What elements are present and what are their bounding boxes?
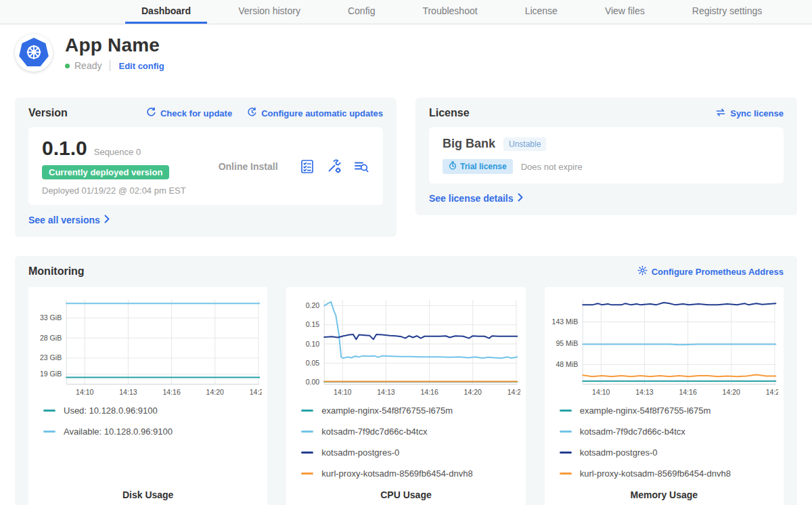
legend-item: example-nginx-54f8f76755-l675m (560, 405, 778, 416)
svg-text:33 GiB: 33 GiB (40, 313, 62, 322)
currently-deployed-badge: Currently deployed version (42, 165, 169, 179)
memory-usage-legend: example-nginx-54f8f76755-l675mkotsadm-7f… (550, 399, 778, 489)
svg-text:14:10: 14:10 (76, 388, 93, 396)
svg-text:0.00: 0.00 (306, 378, 320, 386)
legend-item: kurl-proxy-kotsadm-8569fb6454-dnvh8 (301, 468, 520, 479)
legend-item: kurl-proxy-kotsadm-8569fb6454-dnvh8 (560, 468, 778, 479)
top-navigation: Dashboard Version history Config Trouble… (0, 0, 812, 24)
see-license-details-link[interactable]: See license details (429, 193, 524, 204)
legend-item: kotsadm-postgres-0 (301, 447, 520, 458)
divider (110, 60, 110, 71)
legend-item: kotsadm-7f9dc7d66c-b4tcx (560, 426, 778, 437)
memory-usage-title: Memory Usage (550, 489, 778, 503)
legend-item: example-nginx-54f8f76755-l675m (301, 405, 520, 416)
monitoring-card: Monitoring Configure Prometheus Address … (15, 256, 797, 505)
legend-series-dash (301, 410, 313, 412)
memory-usage-panel: 48 MiB95 MiB143 MiB14:1014:1314:1614:201… (545, 287, 784, 505)
tab-dashboard[interactable]: Dashboard (125, 0, 207, 24)
svg-text:14:20: 14:20 (722, 388, 740, 396)
legend-series-dash (301, 452, 313, 454)
legend-series-dash (560, 452, 572, 454)
svg-text:14:23: 14:23 (765, 388, 778, 396)
legend-series-dash (43, 410, 55, 412)
edit-config-link[interactable]: Edit config (118, 61, 164, 71)
legend-series-dash (301, 473, 313, 475)
preflight-checks-icon[interactable] (299, 158, 315, 175)
legend-series-label: example-nginx-54f8f76755-l675m (580, 405, 711, 416)
config-wrench-icon[interactable] (326, 158, 342, 175)
monitoring-title: Monitoring (28, 265, 85, 278)
configure-automatic-updates-link[interactable]: Configure automatic updates (247, 107, 383, 119)
svg-text:14:23: 14:23 (250, 388, 263, 396)
tab-license[interactable]: License (509, 0, 574, 24)
cpu-usage-legend: example-nginx-54f8f76755-l675mkotsadm-7f… (292, 399, 520, 489)
svg-text:95 MiB: 95 MiB (556, 339, 578, 347)
tab-view-files[interactable]: View files (589, 0, 661, 24)
svg-text:143 MiB: 143 MiB (551, 317, 578, 326)
svg-text:14:13: 14:13 (378, 388, 395, 396)
legend-item: Available: 10.128.0.96:9100 (43, 426, 262, 437)
svg-text:14:10: 14:10 (592, 388, 610, 396)
legend-series-dash (560, 410, 572, 412)
channel-badge: Unstable (503, 137, 546, 151)
version-number: 0.1.0 (42, 137, 87, 160)
license-panel: Big Bank Unstable Trial license (429, 127, 784, 183)
legend-series-label: example-nginx-54f8f76755-l675m (321, 405, 453, 416)
stopwatch-icon (449, 161, 457, 172)
svg-text:14:23: 14:23 (508, 388, 520, 396)
license-expiry: Does not expire (521, 162, 583, 172)
disk-usage-panel: 19 GiB23 GiB28 GiB33 GiB14:1014:1314:161… (28, 287, 267, 505)
legend-item: Used: 10.128.0.96:9100 (43, 405, 262, 416)
chevron-right-icon (104, 215, 110, 225)
svg-text:14:16: 14:16 (162, 388, 180, 396)
see-all-versions-link[interactable]: See all versions (28, 215, 110, 225)
ready-status-label: Ready (74, 60, 102, 71)
legend-series-label: kotsadm-postgres-0 (321, 447, 399, 458)
svg-text:14:13: 14:13 (119, 388, 137, 396)
legend-series-label: kurl-proxy-kotsadm-8569fb6454-dnvh8 (580, 468, 731, 479)
cpu-usage-title: CPU Usage (292, 489, 520, 503)
legend-series-dash (43, 431, 55, 433)
check-for-update-link[interactable]: Check for update (146, 107, 232, 119)
legend-series-label: Used: 10.128.0.96:9100 (64, 405, 158, 416)
install-type-label: Online Install (219, 161, 278, 172)
sync-license-link[interactable]: Sync license (715, 108, 784, 119)
legend-series-dash (301, 431, 313, 433)
chevron-right-icon (518, 193, 524, 204)
tab-config[interactable]: Config (332, 0, 391, 24)
legend-item: kotsadm-postgres-0 (560, 447, 778, 458)
tab-troubleshoot[interactable]: Troubleshoot (406, 0, 493, 24)
tab-version-history[interactable]: Version history (222, 0, 317, 24)
deploy-logs-icon[interactable] (353, 158, 369, 175)
legend-series-label: kotsadm-7f9dc7d66c-b4tcx (580, 426, 685, 437)
app-header: App Name Ready Edit config (0, 24, 812, 79)
cpu-usage-chart: 0.000.050.100.150.2014:1014:1314:1614:20… (292, 295, 520, 399)
legend-series-label: kurl-proxy-kotsadm-8569fb6454-dnvh8 (321, 468, 472, 479)
version-sequence: Sequence 0 (94, 147, 141, 157)
legend-series-dash (560, 473, 572, 475)
svg-text:14:16: 14:16 (679, 388, 696, 396)
version-card: Version Check for update (15, 97, 397, 237)
svg-text:48 MiB: 48 MiB (556, 360, 578, 368)
svg-text:0.15: 0.15 (306, 320, 320, 328)
disk-usage-chart: 19 GiB23 GiB28 GiB33 GiB14:1014:1314:161… (34, 295, 262, 399)
sync-arrows-icon (715, 108, 726, 119)
license-card-title: License (429, 107, 470, 119)
svg-text:14:20: 14:20 (206, 388, 224, 396)
legend-series-label: Available: 10.128.0.96:9100 (64, 426, 173, 437)
configure-prometheus-link[interactable]: Configure Prometheus Address (637, 265, 784, 278)
svg-text:0.05: 0.05 (306, 359, 320, 367)
svg-text:23 GiB: 23 GiB (40, 353, 62, 361)
trial-license-badge: Trial license (443, 159, 513, 174)
gear-icon (637, 265, 648, 278)
svg-text:14:10: 14:10 (334, 388, 351, 396)
deployed-timestamp: Deployed 01/19/22 @ 02:04 pm EST (42, 185, 186, 196)
legend-series-dash (560, 431, 572, 433)
license-card: License Sync license Big Bank Unstable (415, 97, 797, 215)
svg-text:28 GiB: 28 GiB (40, 334, 62, 342)
tab-registry-settings[interactable]: Registry settings (676, 0, 778, 24)
current-version-panel: 0.1.0 Sequence 0 Currently deployed vers… (28, 127, 383, 205)
svg-text:19 GiB: 19 GiB (40, 370, 62, 378)
svg-text:14:20: 14:20 (464, 388, 482, 396)
disk-usage-legend: Used: 10.128.0.96:9100Available: 10.128.… (34, 399, 262, 489)
